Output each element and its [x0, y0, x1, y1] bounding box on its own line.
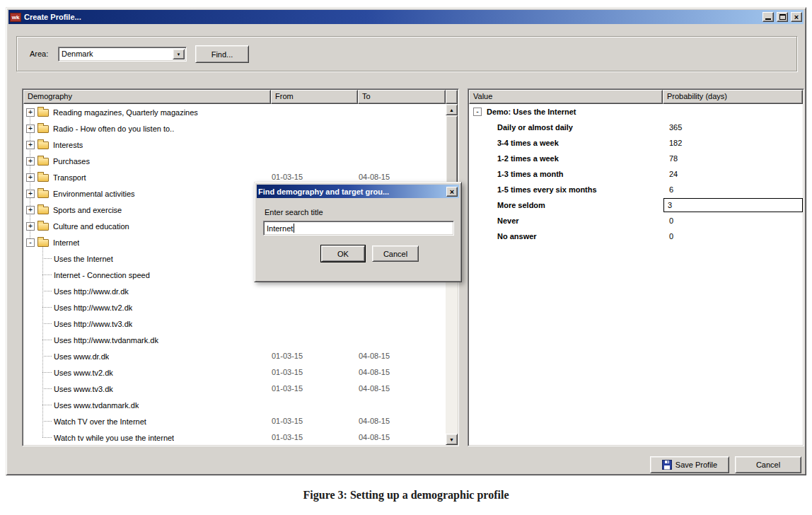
tree-item-to: 04-08-15	[359, 364, 442, 381]
expand-toggle-icon[interactable]: +	[26, 125, 35, 133]
area-groupbox: Area: Denmark ▼ Find...	[16, 36, 797, 71]
tree-item-to	[359, 104, 442, 120]
dialog-titlebar[interactable]: Find demography and target grou... ×	[257, 185, 459, 198]
close-button[interactable]: ×	[791, 12, 802, 22]
probability-cell: 0	[663, 229, 798, 243]
expand-toggle-icon[interactable]: -	[473, 108, 482, 116]
tree-row[interactable]: Uses http://www.tv2.dk	[23, 299, 446, 316]
expand-toggle-icon[interactable]: +	[26, 206, 35, 214]
tree-item-label: Uses www.tv3.dk	[54, 385, 113, 393]
tree-item-label: Uses http://www.tv3.dk	[54, 320, 132, 328]
app-icon: wk	[10, 13, 21, 22]
tree-connector	[42, 307, 52, 308]
folder-icon	[37, 190, 49, 198]
tree-connector	[42, 421, 52, 422]
column-header-filler	[446, 90, 458, 104]
tree-item-label: Watch tv while you use the internet	[54, 434, 174, 442]
tree-row[interactable]: Uses www.dr.dk 01-03-15 04-08-15	[23, 348, 446, 364]
tree-connector	[42, 356, 52, 357]
tree-row[interactable]: Uses www.tv3.dk 01-03-15 04-08-15	[23, 381, 446, 397]
minimize-icon	[765, 18, 771, 20]
minimize-button[interactable]	[762, 12, 774, 22]
tree-item-to	[359, 153, 442, 169]
tree-connector	[42, 323, 52, 324]
value-row[interactable]: More seldom 3	[469, 197, 803, 213]
tree-item-label: Uses the Internet	[54, 255, 113, 263]
tree-row[interactable]: + Interests	[23, 137, 446, 153]
value-row[interactable]: 1-3 times a month 24	[469, 166, 803, 182]
tree-row[interactable]: Uses http://www.tv3.dk	[23, 316, 446, 332]
scroll-down-button[interactable]: ▼	[446, 434, 458, 445]
tree-item-from	[272, 316, 355, 332]
maximize-button[interactable]	[777, 12, 788, 22]
tree-item-from: 01-03-15	[272, 429, 355, 445]
area-dropdown-button[interactable]: ▼	[173, 49, 185, 59]
save-icon	[662, 460, 672, 470]
folder-icon	[37, 158, 49, 166]
expand-toggle-icon[interactable]: +	[26, 173, 35, 182]
value-label: 1-3 times a month	[497, 170, 564, 178]
probability-edit-field[interactable]: 3	[663, 198, 803, 212]
close-icon: ×	[450, 188, 454, 195]
save-profile-button[interactable]: Save Profile	[650, 456, 729, 473]
tree-item-label: Watch TV over the Internet	[54, 417, 146, 426]
dialog-close-button[interactable]: ×	[446, 187, 458, 197]
tree-item-label: Environmental activities	[53, 190, 135, 198]
create-profile-window: wk Create Profile... × Area: Denmark ▼ F…	[6, 7, 806, 475]
column-header-to[interactable]: To	[358, 90, 446, 104]
find-button[interactable]: Find...	[195, 45, 249, 63]
expand-toggle-icon[interactable]: +	[26, 157, 35, 166]
search-input-value: Internet	[267, 224, 293, 233]
value-row[interactable]: 1-5 times every six months 6	[469, 182, 803, 197]
probability-cell: 365	[663, 120, 798, 134]
tree-item-to: 04-08-15	[359, 413, 442, 429]
expand-toggle-icon[interactable]: +	[26, 141, 35, 149]
window-titlebar[interactable]: wk Create Profile... ×	[8, 10, 804, 24]
tree-item-from: 01-03-15	[272, 413, 355, 429]
value-row[interactable]: - Demo: Uses the Internet	[469, 104, 803, 120]
value-row[interactable]: Daily or almost daily 365	[469, 120, 803, 135]
tree-row[interactable]: + Purchases	[23, 153, 446, 169]
value-row[interactable]: No answer 0	[469, 228, 803, 244]
tree-item-from	[272, 137, 355, 153]
tree-row[interactable]: Uses http://www.dr.dk	[23, 283, 446, 299]
column-header-demography[interactable]: Demography	[23, 90, 271, 104]
column-header-from[interactable]: From	[271, 90, 358, 104]
tree-row[interactable]: Watch TV over the Internet 01-03-15 04-0…	[23, 413, 446, 429]
scroll-thumb[interactable]	[446, 115, 458, 192]
expand-toggle-icon[interactable]: -	[26, 238, 35, 247]
scroll-up-button[interactable]: ▲	[446, 104, 458, 115]
tree-item-label: Uses http://www.dr.dk	[54, 287, 129, 296]
expand-toggle-icon[interactable]: +	[26, 190, 35, 198]
value-label: Daily or almost daily	[497, 123, 573, 132]
tree-item-from	[272, 397, 355, 413]
ok-button[interactable]: OK	[321, 245, 365, 262]
scroll-up-icon: ▲	[449, 108, 454, 112]
tree-row[interactable]: + Radio - How often do you listen to..	[23, 120, 446, 137]
tree-item-label: Sports and exercise	[53, 206, 122, 214]
tree-row[interactable]: Uses http://www.tvdanmark.dk	[23, 332, 446, 348]
probability-cell: 0	[663, 214, 798, 228]
area-select[interactable]: Denmark ▼	[58, 47, 187, 62]
tree-item-to	[359, 397, 442, 413]
tree-row[interactable]: Watch tv while you use the internet 01-0…	[23, 429, 446, 445]
tree-item-label: Interests	[53, 141, 83, 149]
column-header-value[interactable]: Value	[469, 90, 663, 104]
tree-item-label: Internet - Connection speed	[54, 271, 150, 279]
search-input[interactable]: Internet	[263, 221, 454, 236]
dialog-cancel-button[interactable]: Cancel	[372, 245, 419, 262]
tree-item-label: Culture and education	[53, 222, 129, 231]
value-row[interactable]: Never 0	[469, 213, 803, 228]
expand-toggle-icon[interactable]: +	[26, 108, 35, 117]
tree-row[interactable]: Uses www.tv2.dk 01-03-15 04-08-15	[23, 364, 446, 381]
cancel-button[interactable]: Cancel	[735, 456, 801, 473]
column-header-probability[interactable]: Probability (days)	[663, 90, 803, 104]
tree-row[interactable]: + Reading magazines, Quarterly magazines	[23, 104, 446, 120]
expand-toggle-icon[interactable]: +	[26, 222, 35, 231]
value-row[interactable]: 1-2 times a week 78	[469, 151, 803, 166]
tree-item-from	[272, 332, 355, 348]
value-label: Demo: Uses the Internet	[487, 108, 576, 116]
value-row[interactable]: 3-4 times a week 182	[469, 135, 803, 151]
tree-row[interactable]: Uses www.tvdanmark.dk	[23, 397, 446, 413]
probability-cell: 24	[663, 167, 798, 181]
